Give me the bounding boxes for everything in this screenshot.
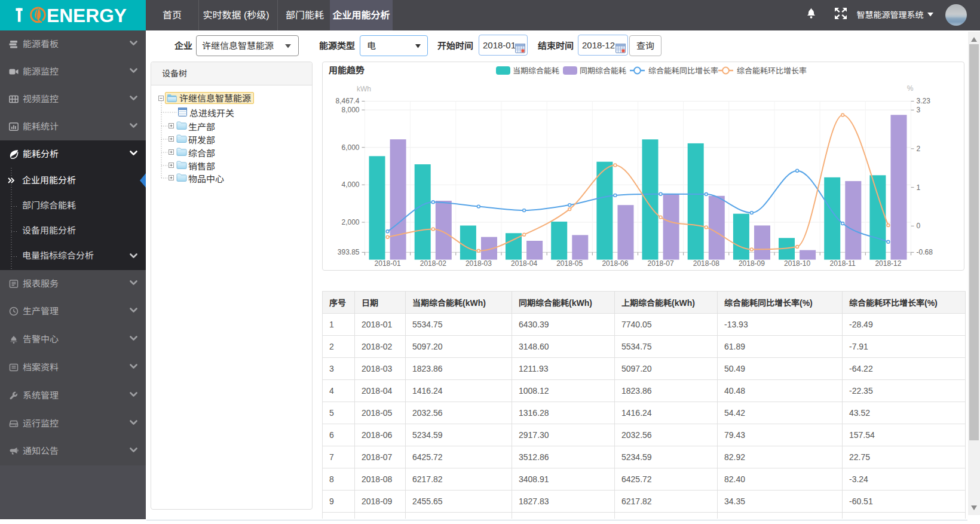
svg-text:-0.68: -0.68: [917, 248, 933, 256]
svg-text:kWh: kWh: [357, 85, 371, 93]
svg-text:3.23: 3.23: [917, 97, 931, 105]
svg-text:8,467.4: 8,467.4: [335, 97, 359, 105]
svg-text:3: 3: [917, 106, 921, 114]
svg-text:2018-02: 2018-02: [420, 259, 446, 268]
svg-text:2: 2: [917, 145, 921, 153]
svg-text:2018-12: 2018-12: [875, 259, 901, 268]
svg-text:综合能耗同比增长率: 综合能耗同比增长率: [648, 66, 718, 75]
svg-text:8,000: 8,000: [341, 106, 359, 114]
svg-text:ENERGY: ENERGY: [47, 5, 127, 26]
svg-text:2018-11: 2018-11: [830, 259, 856, 268]
svg-text:2018-03: 2018-03: [466, 259, 492, 268]
svg-text:4,000: 4,000: [341, 180, 359, 189]
svg-text:2018-06: 2018-06: [602, 259, 628, 268]
svg-text:2018-05: 2018-05: [556, 259, 583, 268]
svg-text:0: 0: [917, 222, 921, 230]
svg-text:2018-10: 2018-10: [784, 259, 810, 268]
svg-text:同期综合能耗: 同期综合能耗: [580, 66, 626, 75]
svg-text:综合能耗环比增长率: 综合能耗环比增长率: [737, 66, 807, 75]
svg-text:用能趋势: 用能趋势: [328, 65, 365, 75]
svg-text:2018-04: 2018-04: [511, 259, 537, 268]
svg-text:393.85: 393.85: [338, 248, 360, 256]
svg-text:%: %: [907, 84, 914, 93]
svg-text:2018-09: 2018-09: [739, 259, 765, 268]
svg-text:2,000: 2,000: [341, 218, 359, 226]
svg-text:6,000: 6,000: [341, 143, 359, 152]
svg-text:当期综合能耗: 当期综合能耗: [513, 66, 559, 75]
svg-text:2018-01: 2018-01: [375, 259, 401, 268]
svg-text:1: 1: [917, 183, 921, 192]
svg-text:2018-08: 2018-08: [693, 259, 719, 268]
svg-text:2018-07: 2018-07: [648, 259, 674, 268]
